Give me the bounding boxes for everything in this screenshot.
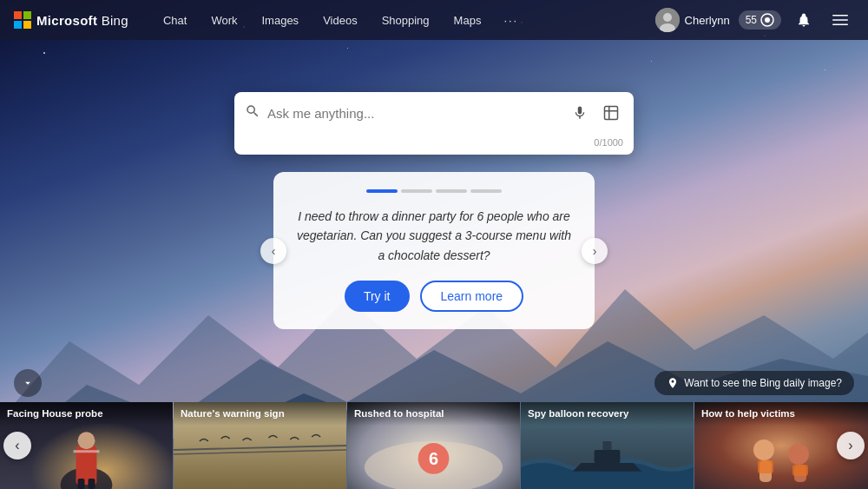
- bottom-area: Want to see the Bing daily image? ‹: [0, 364, 868, 489]
- carousel-next-button[interactable]: ›: [582, 238, 608, 264]
- news-card-1-title: Facing House probe: [0, 402, 173, 426]
- hamburger-icon: [832, 12, 848, 28]
- collapse-button[interactable]: [14, 369, 42, 397]
- search-action-icons: [568, 101, 623, 125]
- daily-image-label: Want to see the Bing daily image?: [684, 377, 842, 389]
- carousel-suggestion-text: I need to throw a dinner party for 6 peo…: [294, 207, 574, 265]
- svg-line-19: [174, 450, 346, 454]
- rewards-badge[interactable]: 55: [739, 10, 781, 30]
- logo: Microsoft Bing: [14, 11, 128, 29]
- svg-rect-8: [832, 15, 848, 17]
- svg-rect-14: [74, 450, 100, 453]
- main-content: 0/1000 ‹ › I need to throw a dinner part…: [0, 40, 868, 329]
- rewards-icon: [760, 13, 774, 27]
- microsoft-logo: [14, 11, 31, 29]
- news-strip-wrapper: ‹ Facing House probe: [0, 402, 868, 489]
- news-next-button[interactable]: ›: [837, 432, 865, 459]
- logo-yellow: [23, 21, 31, 29]
- carousel-card: ‹ › I need to throw a dinner party for 6…: [273, 172, 595, 329]
- news-strip: Facing House probe: [0, 402, 868, 489]
- svg-point-25: [753, 439, 774, 460]
- news-prev-button[interactable]: ‹: [3, 432, 31, 459]
- search-counter: 0/1000: [234, 134, 634, 155]
- news-card-2[interactable]: Nature's warning sign: [174, 402, 347, 489]
- daily-image-button[interactable]: Want to see the Bing daily image?: [654, 371, 854, 395]
- image-search-button[interactable]: [599, 101, 623, 125]
- svg-rect-29: [758, 460, 773, 473]
- notifications-button[interactable]: [790, 6, 818, 34]
- points-value: 55: [746, 14, 757, 26]
- search-input-row: [234, 92, 634, 134]
- svg-rect-16: [78, 479, 85, 489]
- carousel-dots: [294, 189, 574, 193]
- bell-icon: [796, 12, 812, 28]
- nav-chat[interactable]: Chat: [153, 9, 197, 32]
- svg-text:6: 6: [429, 449, 438, 468]
- carousel-buttons: Try it Learn more: [294, 281, 574, 312]
- nav-images[interactable]: Images: [251, 9, 309, 32]
- news-card-4-title: Spy balloon recovery: [521, 402, 694, 426]
- search-box: 0/1000: [234, 92, 634, 155]
- svg-line-18: [174, 446, 346, 450]
- svg-rect-17: [88, 479, 95, 489]
- svg-rect-10: [832, 24, 848, 26]
- user-area[interactable]: Cherlynn: [655, 8, 730, 32]
- carousel-dot-4[interactable]: [470, 189, 502, 193]
- svg-rect-30: [792, 465, 808, 476]
- nav-links: Chat Work Images Videos Shopping Maps ··…: [153, 9, 648, 32]
- carousel-dot-3[interactable]: [436, 189, 467, 193]
- news-card-3[interactable]: 6 Rushed to hospital: [347, 402, 521, 489]
- svg-rect-9: [832, 19, 848, 21]
- svg-point-15: [78, 432, 95, 449]
- svg-point-4: [663, 13, 672, 22]
- microphone-button[interactable]: [568, 101, 592, 125]
- svg-point-26: [788, 444, 809, 465]
- chevron-down-icon: [22, 377, 34, 389]
- nav-right: Cherlynn 55: [655, 6, 854, 34]
- avatar: [655, 8, 680, 32]
- svg-rect-24: [603, 441, 612, 450]
- news-card-2-title: Nature's warning sign: [174, 402, 346, 426]
- nav-videos[interactable]: Videos: [312, 9, 368, 32]
- navbar: Microsoft Bing Chat Work Images Videos S…: [0, 0, 868, 40]
- nav-maps[interactable]: Maps: [444, 9, 492, 32]
- carousel-prev-button[interactable]: ‹: [260, 238, 286, 264]
- location-icon: [667, 377, 679, 389]
- news-card-5-title: How to help victims: [694, 402, 868, 426]
- news-card-3-title: Rushed to hospital: [347, 402, 520, 426]
- collapse-bar: Want to see the Bing daily image?: [0, 364, 868, 402]
- search-icon: [245, 103, 260, 122]
- nav-work[interactable]: Work: [201, 9, 247, 32]
- svg-rect-11: [605, 107, 618, 120]
- svg-point-7: [765, 17, 770, 23]
- brand-label: Microsoft Bing: [36, 13, 128, 28]
- nav-shopping[interactable]: Shopping: [372, 9, 440, 32]
- learn-more-button[interactable]: Learn more: [420, 281, 524, 312]
- logo-blue: [14, 21, 22, 29]
- menu-button[interactable]: [826, 6, 854, 34]
- logo-red: [14, 11, 22, 19]
- try-it-button[interactable]: Try it: [345, 281, 410, 312]
- carousel-dot-1[interactable]: [366, 189, 398, 193]
- news-card-4[interactable]: Spy balloon recovery: [521, 402, 694, 489]
- search-input[interactable]: [267, 106, 561, 121]
- nav-more[interactable]: ···: [495, 9, 527, 32]
- carousel-dot-2[interactable]: [401, 189, 432, 193]
- svg-rect-23: [595, 450, 621, 463]
- user-name: Cherlynn: [685, 14, 730, 27]
- logo-green: [23, 11, 31, 19]
